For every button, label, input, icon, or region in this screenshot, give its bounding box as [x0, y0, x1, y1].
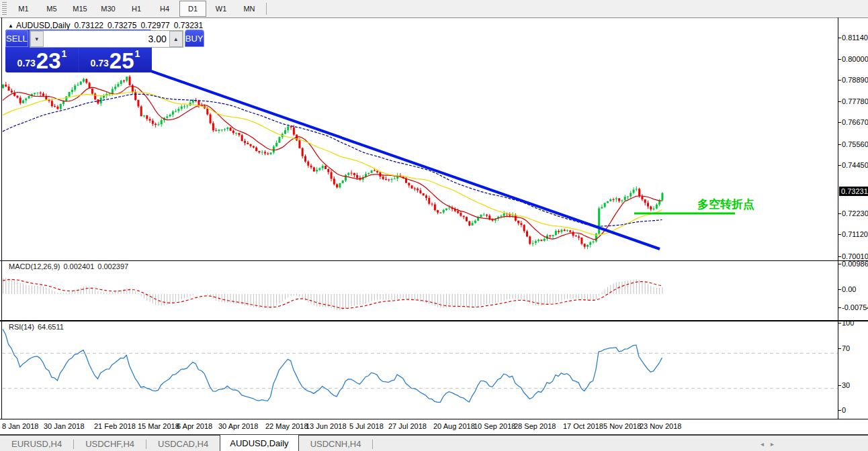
chart-tab-bar: EURUSD,H4 USDCHF,H4 USDCAD,H4 AUDUSD,Dai…	[0, 434, 868, 451]
date-axis-label: 22 May 2018	[265, 422, 308, 430]
date-axis-label: 20 Aug 2018	[433, 422, 475, 430]
timeframe-button-mn[interactable]: MN	[236, 1, 263, 17]
date-axis-label: 23 Nov 2018	[640, 422, 681, 430]
timeframe-button-d1[interactable]: D1	[179, 1, 206, 17]
timeframe-button-h1[interactable]: H1	[123, 1, 150, 17]
timeframe-button-h4[interactable]: H4	[151, 1, 178, 17]
tab-scroll-right-icon[interactable]: ▸	[771, 440, 781, 448]
mt4-window: M1 M5 M15 M30 H1 H4 D1 W1 MN ▲AUDUSD,Dai…	[0, 0, 868, 451]
date-axis-label: 10 Sep 2018	[474, 422, 515, 430]
price-axis-label: 0.75560	[842, 140, 868, 148]
macd-label: MACD(12,26,9)0.0024010.002397	[9, 262, 132, 270]
tab-usdcnh-h4[interactable]: USDCNH,H4	[299, 436, 373, 451]
macd-name: MACD(12,26,9)	[9, 262, 60, 270]
price-axis-label: 0.72230	[842, 209, 868, 217]
date-axis-label: 5 Nov 2018	[603, 422, 641, 430]
macd-value-main: 0.002401	[63, 262, 94, 270]
sell-price-pips: 23	[36, 52, 61, 70]
date-axis-label: 21 Feb 2018	[94, 422, 136, 430]
turning-point-annotation: 多空转折点	[697, 197, 754, 212]
sell-price-point: 1	[62, 49, 67, 58]
macd-signal-line	[3, 280, 662, 309]
date-axis-label: 17 Oct 2018	[563, 422, 603, 430]
rsi-indicator-chart	[0, 321, 868, 419]
price-axis-label: 0.81140	[842, 34, 868, 42]
rsi-name: RSI(14)	[9, 323, 34, 331]
rsi-axis-label: 70	[842, 344, 850, 352]
volume-increase-button[interactable]: ▲	[169, 31, 183, 47]
timeframe-button-m15[interactable]: M15	[67, 1, 93, 17]
chart-symbol: AUDUSD,Daily	[16, 21, 71, 30]
date-axis-label: 30 Apr 2018	[218, 422, 258, 430]
rsi-axis-label: 0	[842, 406, 846, 414]
current-price-tag: 0.73231	[839, 187, 868, 196]
macd-axis-label: 0.00	[842, 285, 856, 293]
tab-audusd-daily[interactable]: AUDUSD,Daily	[220, 435, 298, 451]
timeframe-button-w1[interactable]: W1	[208, 1, 234, 17]
volume-stepper: ▼ ▲	[30, 30, 183, 48]
macd-value-signal: 0.002397	[97, 262, 128, 270]
collapse-triangle-icon[interactable]: ▲	[8, 23, 13, 29]
buy-button[interactable]: BUY	[185, 30, 204, 47]
macd-histogram	[3, 278, 662, 311]
ohlc-low: 0.72977	[140, 21, 169, 30]
sell-price-base: 0.73	[17, 58, 36, 68]
one-click-trading-panel: SELL ▼ ▲ BUY 0.73 23 1 0.73 25 1	[5, 30, 152, 72]
price-axis-label: 0.77780	[842, 97, 868, 105]
date-axis-label: 8 Jan 2018	[2, 422, 38, 430]
toolbar-separator	[266, 3, 267, 15]
tab-divider	[372, 440, 373, 449]
rsi-value: 64.6511	[38, 323, 64, 331]
date-axis-label: 13 Jun 2018	[306, 422, 347, 430]
price-axis-label: 0.76670	[842, 118, 868, 126]
price-axis-label: 0.78890	[842, 76, 868, 84]
date-axis-label: 27 Jul 2018	[388, 422, 427, 430]
macd-axis-label: -0.007543	[842, 303, 868, 311]
timeframe-button-m1[interactable]: M1	[10, 1, 37, 17]
descending-trendline	[99, 53, 660, 249]
tab-usdcad-h4[interactable]: USDCAD,H4	[146, 436, 220, 451]
rsi-label: RSI(14)64.6511	[9, 323, 67, 331]
timeframe-button-m5[interactable]: M5	[38, 1, 65, 17]
tab-scroll-left-icon[interactable]: ◂	[761, 440, 771, 448]
toolbar-grip-handle[interactable]	[1, 2, 7, 15]
tab-scroll-arrows[interactable]: ◂▸	[761, 440, 781, 448]
tab-eurusd-h4[interactable]: EURUSD,H4	[0, 436, 73, 451]
date-axis-label: 15 Mar 2018	[138, 422, 179, 430]
tab-usdchf-h4[interactable]: USDCHF,H4	[74, 436, 146, 451]
rsi-line	[3, 329, 662, 402]
buy-price-point: 1	[135, 49, 140, 58]
price-axis-label: 0.80000	[842, 55, 868, 63]
ohlc-close: 0.73231	[174, 21, 203, 30]
price-axis-label: 0.71120	[842, 230, 868, 238]
sell-price-display[interactable]: 0.73 23 1	[6, 48, 78, 72]
timeframe-button-m30[interactable]: M30	[95, 1, 122, 17]
macd-axis-label: 0.009863	[842, 260, 868, 268]
date-axis-label: 6 Apr 2018	[177, 422, 212, 430]
buy-price-display[interactable]: 0.73 25 1	[79, 48, 151, 72]
price-axis-label: 0.74450	[842, 161, 868, 169]
sell-button[interactable]: SELL	[5, 30, 28, 47]
timeframe-toolbar: M1 M5 M15 M30 H1 H4 D1 W1 MN	[0, 0, 868, 18]
volume-input[interactable]	[44, 31, 169, 47]
rsi-axis-label: 100	[842, 319, 854, 327]
date-axis-label: 30 Jan 2018	[44, 422, 85, 430]
ohlc-open: 0.73122	[75, 21, 103, 30]
buy-price-base: 0.73	[91, 58, 109, 68]
date-axis-label: 28 Sep 2018	[514, 422, 556, 430]
chart-header: ▲AUDUSD,Daily0.731220.732750.729770.7323…	[8, 21, 207, 30]
rsi-axis-label: 30	[842, 381, 850, 389]
volume-decrease-button[interactable]: ▼	[30, 31, 44, 47]
ohlc-high: 0.73275	[107, 21, 136, 30]
candlestick-series	[2, 75, 663, 249]
buy-price-pips: 25	[110, 52, 134, 70]
date-axis-label: 5 Jul 2018	[349, 422, 384, 430]
